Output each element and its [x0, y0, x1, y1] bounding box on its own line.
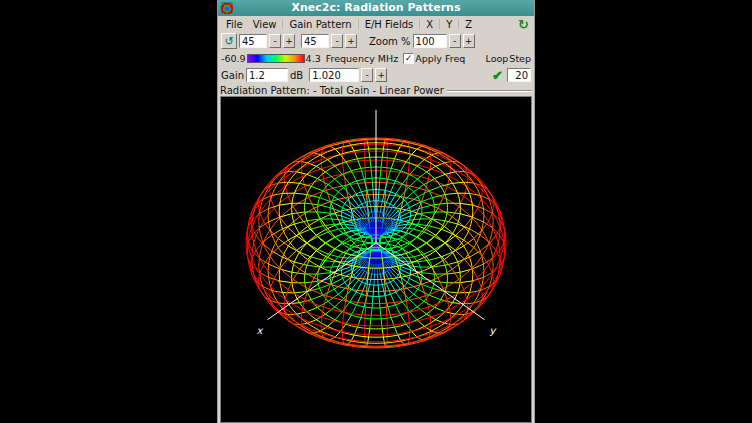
elevation-input[interactable] [301, 34, 329, 48]
x-axis-label: x [257, 325, 264, 336]
frequency-input[interactable] [309, 68, 359, 82]
step-count-input[interactable] [507, 68, 531, 82]
frequency-plus-button[interactable]: + [375, 68, 387, 82]
menu-x[interactable]: X [421, 18, 438, 31]
gain-row: Gain dB - + ✔ [218, 66, 534, 84]
apply-check-button[interactable]: ✔ [490, 68, 505, 83]
y-axis-label: y [490, 325, 497, 337]
menu-view[interactable]: View [248, 18, 282, 31]
menu-gain-pattern[interactable]: Gain Pattern [284, 18, 356, 31]
loop-label: Loop [486, 53, 509, 64]
menubar-separator [358, 19, 359, 29]
menubar-separator [439, 19, 440, 29]
azimuth-minus-button[interactable]: - [269, 34, 281, 48]
gain-scale-max-label: 4.3 [306, 53, 321, 64]
menu-file[interactable]: File [221, 18, 248, 31]
scale-row: -60.9 4.3 Frequency MHz ✓ Apply Freq Loo… [218, 50, 534, 66]
apply-freq-checkbox[interactable]: ✓ [403, 53, 414, 64]
frame-separator-line [447, 90, 532, 92]
window-titlebar[interactable]: Xnec2c: Radiation Patterns [218, 0, 534, 16]
apply-freq-label: Apply Freq [415, 53, 465, 64]
radiation-plot[interactable]: xy [220, 96, 532, 423]
xnec2c-window: Xnec2c: Radiation Patterns File View Gai… [217, 0, 535, 423]
frequency-minus-button[interactable]: - [361, 68, 373, 82]
plot-frame-label-row: Radiation Pattern: - Total Gain - Linear… [218, 84, 534, 96]
app-icon [221, 2, 233, 14]
gain-colorbar [247, 54, 305, 63]
window-title: Xnec2c: Radiation Patterns [233, 0, 519, 16]
azimuth-input[interactable] [239, 34, 267, 48]
menubar-separator [458, 19, 459, 29]
check-icon: ✓ [405, 53, 413, 63]
zoom-minus-button[interactable]: - [449, 34, 461, 48]
radiation-plot-svg: xy [221, 97, 531, 422]
elevation-minus-button[interactable]: - [331, 34, 343, 48]
plot-frame-label: Radiation Pattern: - Total Gain - Linear… [220, 85, 444, 96]
menu-z[interactable]: Z [460, 18, 477, 31]
view-controls-row: ↺ - + - + Zoom % - + [218, 32, 534, 50]
redraw-loop-icon[interactable]: ↻ [518, 18, 531, 31]
menu-y[interactable]: Y [441, 18, 457, 31]
desktop-background: Xnec2c: Radiation Patterns File View Gai… [0, 0, 752, 423]
gain-label: Gain [221, 70, 244, 81]
zoom-label: Zoom % [369, 36, 411, 47]
db-label: dB [290, 70, 303, 81]
menubar-separator [419, 19, 420, 29]
menu-eh-fields[interactable]: E/H Fields [360, 18, 419, 31]
azimuth-plus-button[interactable]: + [283, 34, 295, 48]
elevation-plus-button[interactable]: + [345, 34, 357, 48]
zoom-plus-button[interactable]: + [463, 34, 475, 48]
frequency-mhz-label: Frequency MHz [326, 53, 398, 64]
gain-scale-min-label: -60.9 [221, 53, 246, 64]
gain-value-field[interactable] [246, 68, 288, 82]
menubar-separator [282, 19, 283, 29]
step-label: Step [509, 53, 531, 64]
menubar: File View Gain Pattern E/H Fields X Y Z … [218, 16, 534, 32]
rotate-icon[interactable]: ↺ [221, 33, 237, 49]
zoom-input[interactable] [413, 34, 447, 48]
